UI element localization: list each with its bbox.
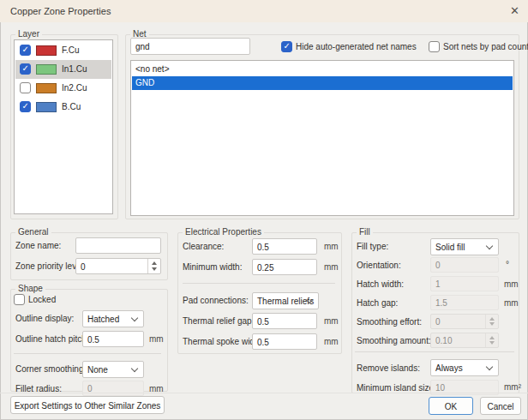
hatch-pitch-label: Outline hatch pitch: <box>15 334 89 344</box>
corner-smoothing-value: None <box>87 365 108 375</box>
chevron-down-icon <box>486 363 493 370</box>
min-width-value: 0.25 <box>257 262 273 272</box>
layer-color-swatch-in2cu <box>36 83 57 93</box>
layer-color-swatch-bcu <box>36 102 57 112</box>
smoothing-amount-label: Smoothing amount: <box>357 336 431 345</box>
remove-islands-label: Remove islands: <box>357 363 420 373</box>
thermal-relief-gap-value: 0.5 <box>257 316 269 326</box>
layer-name: B.Cu <box>62 102 81 111</box>
pad-connections-dropdown[interactable]: Thermal reliefs <box>252 292 319 309</box>
copper-zone-properties-dialog: Copper Zone Properties ✕ Layer F.Cu In1.… <box>0 0 528 420</box>
hatch-pitch-input[interactable]: 0.5 <box>82 331 144 347</box>
layer-list: F.Cu In1.Cu In2.Cu B.Cu <box>14 39 113 214</box>
zone-priority-spinner[interactable]: 0 <box>75 258 161 274</box>
export-settings-label: Export Settings to Other Similar Zones <box>11 400 164 410</box>
shape-separator <box>14 353 161 354</box>
layer-row-bcu[interactable]: B.Cu <box>15 98 111 117</box>
min-width-input[interactable]: 0.25 <box>252 259 317 275</box>
thermal-relief-gap-input[interactable]: 0.5 <box>252 313 317 329</box>
clearance-value: 0.5 <box>257 242 269 251</box>
hide-auto-nets-checkbox[interactable] <box>281 41 292 52</box>
spinner-arrows-icon[interactable] <box>147 259 160 273</box>
fill-type-value: Solid fill <box>435 243 465 252</box>
zone-priority-value: 0 <box>81 261 86 271</box>
layer-name: In1.Cu <box>62 64 87 74</box>
fillet-radius-input: 0 <box>82 381 144 396</box>
export-settings-button[interactable]: Export Settings to Other Similar Zones <box>10 396 165 414</box>
chevron-down-icon <box>486 243 493 249</box>
layer-color-swatch-in1cu <box>36 64 57 75</box>
close-icon[interactable]: ✕ <box>510 0 519 22</box>
cancel-label: Cancel <box>481 401 520 411</box>
layer-color-swatch-fcu <box>36 45 57 56</box>
fillet-radius-value: 0 <box>87 384 93 393</box>
thermal-spoke-width-input[interactable]: 0.5 <box>252 333 317 350</box>
sort-nets-label: Sort nets by pad count <box>443 42 528 51</box>
chevron-down-icon <box>131 365 138 372</box>
min-island-size-value: 10 <box>435 383 445 393</box>
net-row-gnd[interactable]: GND <box>132 76 513 90</box>
sort-nets-checkbox[interactable] <box>429 41 440 52</box>
general-group-label: General <box>15 227 51 237</box>
electrical-group-label: Electrical Properties <box>183 227 264 237</box>
min-width-label: Minimum width: <box>183 262 242 272</box>
min-island-size-label: Minimum island size: <box>357 383 436 393</box>
locked-label: Locked <box>28 295 56 304</box>
net-filter-input[interactable] <box>130 38 250 55</box>
corner-smoothing-label: Corner smoothing: <box>15 364 86 374</box>
smoothing-amount-spinner: 0.10 <box>430 333 499 348</box>
ok-label: OK <box>429 401 472 411</box>
layer-row-fcu[interactable]: F.Cu <box>15 41 111 60</box>
outline-display-dropdown[interactable]: Hatched <box>82 310 144 327</box>
fill-separator <box>355 351 514 352</box>
electrical-separator <box>183 283 335 284</box>
pad-connections-label: Pad connections: <box>183 296 249 305</box>
smoothing-effort-spinner: 0 <box>430 314 499 329</box>
zone-name-input[interactable] <box>75 237 161 254</box>
title-bar: Copper Zone Properties ✕ <box>0 0 528 22</box>
remove-islands-dropdown[interactable]: Always <box>430 359 499 376</box>
layer-name: In2.Cu <box>62 83 87 93</box>
layer-name: F.Cu <box>62 45 80 55</box>
bottom-separator <box>0 393 528 393</box>
fill-type-label: Fill type: <box>357 242 388 251</box>
thermal-relief-gap-label: Thermal relief gap: <box>183 316 254 326</box>
spinner-arrows-icon <box>485 333 498 347</box>
pad-connections-value: Thermal reliefs <box>257 297 314 306</box>
fill-hatch-width-input: 1 <box>430 276 499 291</box>
shape-group-label: Shape <box>15 284 45 293</box>
orientation-label: Orientation: <box>357 261 401 270</box>
outline-display-label: Outline display: <box>15 314 74 323</box>
outline-display-value: Hatched <box>87 315 119 324</box>
thermal-spoke-width-unit: mm <box>324 337 339 346</box>
net-row-no-net[interactable]: <no net> <box>132 63 513 76</box>
fill-hatch-width-value: 1 <box>435 279 441 289</box>
fill-group-label: Fill <box>357 227 373 237</box>
layer-checkbox-fcu[interactable] <box>20 45 31 56</box>
layer-row-in1cu[interactable]: In1.Cu <box>15 60 111 79</box>
fill-type-dropdown[interactable]: Solid fill <box>430 238 499 255</box>
layer-checkbox-bcu[interactable] <box>20 101 31 112</box>
hatch-pitch-value: 0.5 <box>87 334 99 344</box>
dialog-title: Copper Zone Properties <box>10 0 111 22</box>
net-list: <no net> GND <box>130 60 514 216</box>
zone-name-label: Zone name: <box>15 241 61 250</box>
layer-checkbox-in1cu[interactable] <box>20 63 31 75</box>
fill-hatch-gap-input: 1.5 <box>430 295 499 310</box>
cancel-button[interactable]: Cancel <box>480 397 521 415</box>
smoothing-effort-label: Smoothing effort: <box>357 317 422 327</box>
layer-row-in2cu[interactable]: In2.Cu <box>15 79 111 98</box>
remove-islands-value: Always <box>435 363 463 373</box>
clearance-unit: mm <box>324 242 339 251</box>
spinner-arrows-icon <box>485 315 498 328</box>
ok-button[interactable]: OK <box>429 397 473 415</box>
locked-checkbox[interactable] <box>14 294 25 305</box>
hatch-pitch-unit: mm <box>149 334 164 344</box>
layer-checkbox-in2cu[interactable] <box>20 82 31 93</box>
min-width-unit: mm <box>324 262 339 272</box>
fill-hatch-gap-unit: mm <box>504 298 519 308</box>
corner-smoothing-dropdown[interactable]: None <box>82 361 144 378</box>
clearance-input[interactable]: 0.5 <box>252 238 317 255</box>
fill-hatch-gap-value: 1.5 <box>435 298 447 308</box>
thermal-spoke-width-value: 0.5 <box>257 337 269 346</box>
